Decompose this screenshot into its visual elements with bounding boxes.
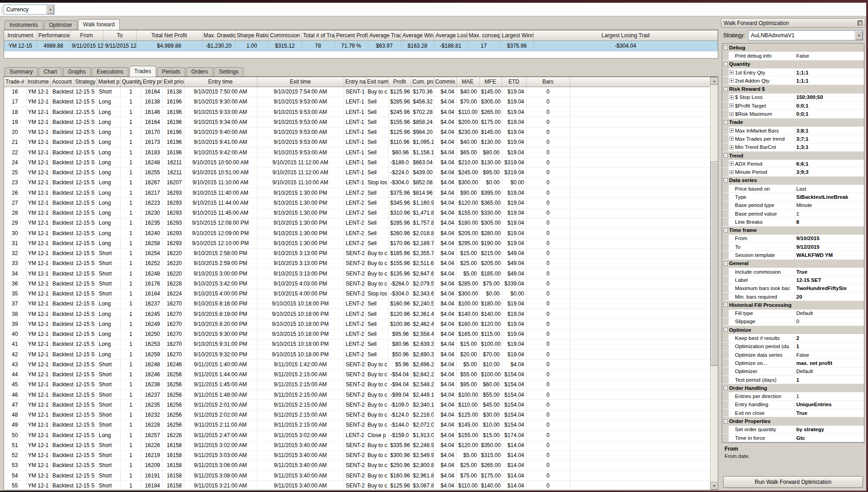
column-header[interactable]: Exit price xyxy=(162,77,184,87)
column-header[interactable]: To xyxy=(103,30,136,40)
property-value[interactable]: Gtc xyxy=(795,435,864,441)
property-row[interactable]: -Historical Fill Processing xyxy=(722,301,864,309)
property-row[interactable]: Optimize data series False xyxy=(722,351,864,359)
column-header[interactable]: Market p xyxy=(97,77,120,87)
expander-icon[interactable]: - xyxy=(724,153,728,157)
property-value[interactable]: 9/10/2015 xyxy=(795,236,864,241)
expander-icon[interactable]: - xyxy=(724,261,728,266)
property-value[interactable]: 1 xyxy=(795,394,864,399)
trade-row[interactable]: 27 YM 12-1 Backtest 12-15 S Long 1 16223… xyxy=(4,198,710,208)
toolbar-grip[interactable] xyxy=(1,5,2,14)
property-row[interactable]: Test period (days) 1 xyxy=(722,376,864,384)
column-header[interactable]: Account xyxy=(50,77,74,87)
trade-row[interactable]: 17 YM 12-1 Backtest 12-15 S Long 1 16138… xyxy=(4,97,710,107)
trade-row[interactable]: 52 YM 12-1 Backtest 12-15 S Short 1 1621… xyxy=(4,450,710,460)
property-row[interactable]: +$Profit Target 0;0;1 xyxy=(722,102,864,110)
trade-row[interactable]: 46 YM 12-1 Backtest 12-15 S Short 1 1623… xyxy=(4,390,710,400)
property-row[interactable]: Base period type Minute xyxy=(722,202,864,210)
trade-row[interactable]: 54 YM 12-1 Backtest 12-15 S Short 1 1619… xyxy=(4,471,710,481)
trade-row[interactable]: 21 YM 12-1 Backtest 12-15 S Long 1 16173… xyxy=(4,137,710,147)
property-row[interactable]: Min. bars required 20 xyxy=(722,293,864,301)
property-row[interactable]: Line Breaks 8 xyxy=(722,218,864,226)
property-value[interactable]: Default xyxy=(795,310,864,316)
column-header[interactable]: Average Win xyxy=(401,30,434,40)
column-header[interactable]: Entry pri xyxy=(141,77,162,87)
property-value[interactable]: 8 xyxy=(795,219,864,225)
property-row[interactable]: +Max Trades per trend 3;7;1 xyxy=(722,135,864,143)
run-walk-forward-button[interactable]: Run Walk Forward Optimization xyxy=(723,476,863,488)
property-value[interactable]: 3;7;1 xyxy=(795,136,864,142)
column-header[interactable]: Commission xyxy=(268,30,301,40)
property-row[interactable]: Fill type Default xyxy=(722,310,864,318)
trade-row[interactable]: 47 YM 12-1 Backtest 12-15 S Short 1 1623… xyxy=(4,400,710,410)
property-row[interactable]: Set order quantity by strategy xyxy=(722,426,864,434)
property-value[interactable]: Minute xyxy=(795,202,864,208)
column-header[interactable]: Percent Profit xyxy=(335,30,368,40)
column-header[interactable]: Sharpe Ratio xyxy=(235,30,268,40)
trade-row[interactable]: 33 YM 12-1 Backtest 12-15 S Short 1 1625… xyxy=(4,258,710,268)
property-row[interactable]: -Data series xyxy=(722,177,864,185)
trade-row[interactable]: 48 YM 12-1 Backtest 12-15 S Short 1 1623… xyxy=(4,410,710,420)
property-row[interactable]: Type SiBacktestLineBreak xyxy=(722,193,864,201)
trade-row[interactable]: 39 YM 12-1 Backtest 12-15 S Long 1 16249… xyxy=(4,319,710,329)
column-header[interactable]: Commis xyxy=(434,77,456,87)
expander-icon[interactable]: + xyxy=(730,145,734,149)
property-value[interactable]: 9/12/2015 xyxy=(795,244,864,250)
column-header[interactable]: Exit time xyxy=(257,77,344,87)
property-row[interactable]: Exit on close True xyxy=(722,409,864,417)
column-header[interactable]: Exit nam xyxy=(365,77,388,87)
pin-icon[interactable] xyxy=(858,20,863,25)
expander-icon[interactable]: - xyxy=(724,386,728,390)
property-value[interactable]: 1 xyxy=(795,344,864,349)
vertical-scrollbar[interactable]: ▲ ▼ xyxy=(710,77,718,490)
tab[interactable]: Summary xyxy=(5,67,38,76)
property-value[interactable]: 2 xyxy=(795,335,864,341)
property-value[interactable]: 1;1;1 xyxy=(795,78,864,84)
column-header[interactable]: Profit xyxy=(388,77,411,87)
expander-icon[interactable]: - xyxy=(724,178,728,182)
property-row[interactable]: +Minute Period 3;9;3 xyxy=(722,168,864,176)
tab[interactable]: Executions xyxy=(92,67,128,76)
trade-row[interactable]: 22 YM 12-1 Backtest 12-15 S Long 1 16183… xyxy=(4,148,710,157)
expander-icon[interactable]: - xyxy=(724,228,728,232)
scroll-up-icon[interactable]: ▲ xyxy=(710,77,718,85)
trade-row[interactable]: 38 YM 12-1 Backtest 12-15 S Long 1 16245… xyxy=(4,309,710,319)
tab[interactable]: Orders xyxy=(186,67,213,76)
property-row[interactable]: To 9/12/2015 xyxy=(722,243,864,251)
trade-row[interactable]: 42 YM 12-1 Backtest 12-15 S Long 1 16259… xyxy=(4,349,710,359)
expander-icon[interactable]: + xyxy=(730,70,734,74)
column-header[interactable]: Total Net Profit xyxy=(136,30,202,40)
property-value[interactable]: 1 xyxy=(795,377,864,383)
chevron-down-icon[interactable]: ▼ xyxy=(46,5,54,14)
scroll-down-icon[interactable]: ▼ xyxy=(710,482,718,490)
expander-icon[interactable]: + xyxy=(730,95,734,99)
property-value[interactable]: True xyxy=(795,410,864,416)
trade-row[interactable]: 26 YM 12-1 Backtest 12-15 S Long 1 16217… xyxy=(4,188,710,198)
property-row[interactable]: Price based on Last xyxy=(722,185,864,193)
trade-row[interactable]: 28 YM 12-1 Backtest 12-15 S Long 1 16230… xyxy=(4,208,710,218)
column-header[interactable]: Total # of Tra xyxy=(301,30,335,40)
property-row[interactable]: Time in force Gtc xyxy=(722,434,864,442)
trade-row[interactable]: 49 YM 12-1 Backtest 12-15 S Short 1 1622… xyxy=(4,420,710,430)
property-value[interactable]: TwoHundredFiftySix xyxy=(795,285,864,291)
property-row[interactable]: -Risk Reward $ xyxy=(722,85,864,93)
column-header[interactable]: Average Losi xyxy=(434,30,467,40)
trade-row[interactable]: 44 YM 12-1 Backtest 12-15 S Short 1 1624… xyxy=(4,369,710,379)
trade-row[interactable]: 32 YM 12-1 Backtest 12-15 S Short 1 1625… xyxy=(4,248,710,258)
property-value[interactable]: 20 xyxy=(795,294,864,300)
property-value[interactable]: 3;8;1 xyxy=(795,128,864,133)
trade-row[interactable]: 34 YM 12-1 Backtest 12-15 S Short 1 1624… xyxy=(4,269,710,279)
expander-icon[interactable]: - xyxy=(724,303,728,307)
column-header[interactable]: Entry time xyxy=(184,77,257,87)
trade-row[interactable]: 19 YM 12-1 Backtest 12-15 S Long 1 16164… xyxy=(4,117,710,127)
property-row[interactable]: +$ Stop Loss 150;300;50 xyxy=(722,93,864,102)
tab[interactable]: Periods xyxy=(157,67,186,76)
property-value[interactable]: 6;6;1 xyxy=(795,161,864,167)
column-header[interactable]: Strategy xyxy=(74,77,97,87)
property-value[interactable]: 3;9;3 xyxy=(795,169,864,175)
property-row[interactable]: -Order Properties xyxy=(722,417,864,425)
property-row[interactable]: Optimization period (da 1 xyxy=(722,343,864,351)
trade-row[interactable]: 51 YM 12-1 Backtest 12-15 S Short 1 1622… xyxy=(4,440,710,450)
property-row[interactable]: -Debug xyxy=(722,44,864,52)
tab[interactable]: Instruments xyxy=(5,20,43,30)
